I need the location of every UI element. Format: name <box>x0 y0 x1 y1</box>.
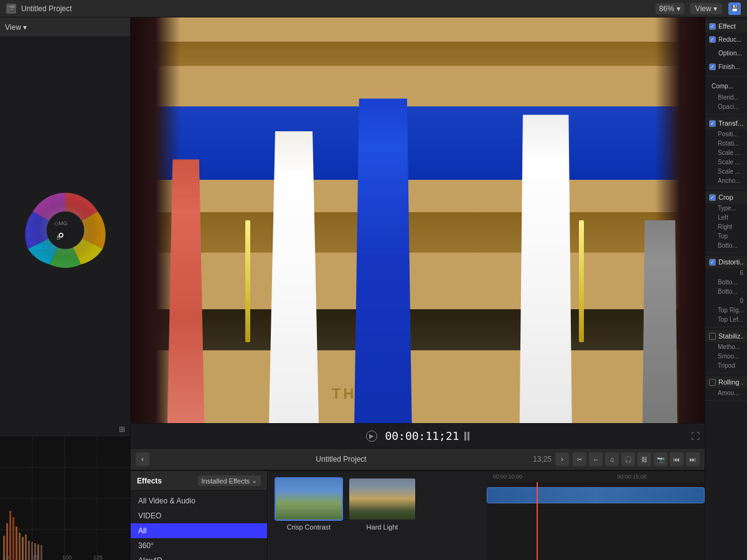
smooth-label: Smoo... <box>705 352 747 361</box>
svg-text:125: 125 <box>93 554 103 560</box>
zoom-arrow: ▾ <box>677 4 680 13</box>
histogram-svg: 10 75 100 125 <box>0 436 131 560</box>
preview-controls: ▶ 00:00:11;21 ⛶ <box>131 423 705 448</box>
arrow-tool[interactable]: ↔ <box>589 452 603 466</box>
distort-checkbox[interactable]: ✓ <box>709 259 716 266</box>
scale-z-label: Scale ... <box>705 167 747 176</box>
save-icon[interactable]: 💾 <box>728 2 741 15</box>
svg-text:10: 10 <box>3 554 9 560</box>
candle-right <box>579 220 584 342</box>
step-back-tool[interactable]: ⏮ <box>670 452 684 466</box>
crisp-contrast-preview <box>276 478 342 520</box>
left-label: Left <box>705 213 747 222</box>
effect-checkbox[interactable]: ✓ <box>709 23 716 30</box>
timeline-section: 00:00:10;00 00:00:15;00 <box>487 470 705 560</box>
fullscreen-icon[interactable]: ⛶ <box>691 431 700 441</box>
playhead-marker <box>537 482 538 560</box>
pause-bar-2 <box>467 432 469 441</box>
svg-text:◇CY: ◇CY <box>35 244 48 250</box>
effects-title: Effects <box>137 477 162 485</box>
effect-hard-light[interactable]: Hard Light <box>348 477 416 531</box>
main-layout: View ▾ <box>0 17 747 560</box>
top-label: Top <box>705 231 747 241</box>
effects-categories: All Video & Audio VIDEO All 360° Alex4D <box>131 491 267 560</box>
comp-label: Comp... <box>709 83 733 90</box>
transform-checkbox[interactable]: ✓ <box>709 120 716 127</box>
category-alex4d[interactable]: Alex4D <box>131 553 267 560</box>
inspector-distort-section: ✓ Distorti... 6 Botto... Botto... 0 Top … <box>705 253 747 327</box>
headphone-tool[interactable]: 🎧 <box>621 452 635 466</box>
effects-header: Effects Installed Effects ⌄ <box>131 471 267 491</box>
effects-sidebar: Effects Installed Effects ⌄ All Video & … <box>131 470 268 560</box>
value-6: 6 <box>740 269 743 276</box>
connect-tool[interactable]: ⛓ <box>637 452 651 466</box>
audio-tool[interactable]: ♫ <box>605 452 619 466</box>
inspector-composite-section: Comp... Blend... Opaci... <box>705 77 747 114</box>
color-wheel-container[interactable]: ◇MG B ◇CY <box>22 187 109 274</box>
video-frame: TH <box>131 17 705 423</box>
color-wheel-svg: ◇MG B ◇CY <box>22 187 109 274</box>
bridesmaid-figure <box>159 159 212 423</box>
bottom-area: ‹ Untitled Project 13;25 › ✂ ↔ ♫ 🎧 ⛓ 📷 ⏮… <box>131 448 705 560</box>
crop-checkbox[interactable]: ✓ <box>709 194 716 201</box>
timeline-clip[interactable] <box>487 487 705 503</box>
stabilize-checkbox[interactable] <box>709 333 716 340</box>
top-bar-right: 86% ▾ View ▾ 💾 <box>655 2 741 15</box>
method-label: Metho... <box>705 342 747 352</box>
svg-rect-20 <box>22 537 24 560</box>
category-360[interactable]: 360° <box>131 538 267 553</box>
zoom-control[interactable]: 86% ▾ <box>655 3 684 14</box>
inspector-rolling-section: Rolling ... Amou... <box>705 373 747 401</box>
snapshot-tool[interactable]: 📷 <box>654 452 667 466</box>
effect-section-header: ✓ Effect <box>705 20 747 32</box>
stabilize-section-header: Stabiliz... <box>705 330 747 342</box>
bottom-left-label: Botto... <box>705 278 747 287</box>
rolling-section-header: Rolling ... <box>705 376 747 388</box>
scale-y-label: Scale ... <box>705 157 747 167</box>
play-button[interactable]: ▶ <box>366 431 377 442</box>
view-dropdown[interactable]: View ▾ <box>5 23 27 32</box>
timeline-duration: 13;25 <box>533 455 552 464</box>
histogram-icon: ⊞ <box>119 425 125 434</box>
svg-rect-17 <box>12 517 14 560</box>
bride-figure <box>263 131 325 423</box>
category-video[interactable]: VIDEO <box>131 508 267 523</box>
center-section: TH ▶ 00:00:11;21 ⛶ ‹ Untitled Project <box>131 17 705 560</box>
finish-checkbox[interactable]: ✓ <box>709 63 716 70</box>
app-icon: 🎬 <box>6 4 16 14</box>
inspector-row-option: Option... <box>705 46 747 60</box>
distort-label: Distorti... <box>718 258 743 266</box>
position-label: Positi... <box>705 129 747 139</box>
svg-rect-16 <box>9 511 11 560</box>
crisp-contrast-label: Crisp Contrast <box>287 523 331 531</box>
finish-label: Finish... <box>718 63 740 70</box>
reduc-label: Reduc... <box>718 36 741 43</box>
right-label: Right <box>705 222 747 231</box>
category-all[interactable]: All <box>131 523 267 538</box>
blade-tool[interactable]: ✂ <box>573 452 586 466</box>
reduc-checkbox[interactable]: ✓ <box>709 36 716 43</box>
ruler-mark-15: 00:00:15;00 <box>618 474 647 480</box>
church-bg <box>131 17 705 423</box>
hard-light-thumb[interactable] <box>348 477 416 521</box>
back-nav-button[interactable]: ‹ <box>136 452 149 466</box>
pause-bar-1 <box>464 432 466 441</box>
inspector-stabilize-section: Stabiliz... Metho... Smoo... Tripod <box>705 327 747 373</box>
rolling-checkbox[interactable] <box>709 379 716 386</box>
svg-text:75: 75 <box>32 554 39 560</box>
step-forward-tool[interactable]: ⏭ <box>686 452 700 466</box>
forward-nav-button[interactable]: › <box>555 452 569 466</box>
project-title: Untitled Project <box>21 4 72 13</box>
blend-label: Blend... <box>705 93 747 102</box>
view-dropdown-arrow: ▾ <box>23 23 27 32</box>
view-button[interactable]: View ▾ <box>690 3 722 14</box>
timeline-ruler: 00:00:10;00 00:00:15;00 <box>487 471 705 482</box>
svg-rect-26 <box>40 545 42 560</box>
crisp-contrast-thumb[interactable] <box>275 477 343 521</box>
category-all-video-audio[interactable]: All Video & Audio <box>131 493 267 508</box>
transform-section-header: ✓ Transf... <box>705 117 747 129</box>
installed-effects-button[interactable]: Installed Effects ⌄ <box>198 475 261 486</box>
effect-crisp-contrast[interactable]: Crisp Contrast <box>275 477 343 531</box>
transform-label: Transf... <box>718 119 743 127</box>
color-wheel-area: ◇MG B ◇CY <box>0 37 130 423</box>
